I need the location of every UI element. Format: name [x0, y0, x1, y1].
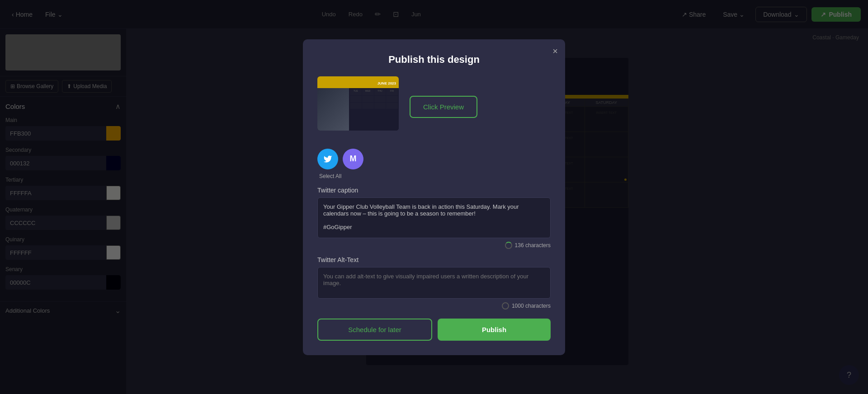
click-preview-button[interactable]: Click Preview [410, 96, 477, 118]
modal-title: Publish this design [317, 54, 551, 66]
modal-footer: Schedule for later Publish [317, 319, 551, 341]
twitter-icon[interactable] [317, 149, 338, 169]
schedule-for-later-button[interactable]: Schedule for later [317, 319, 432, 341]
social-icons-container: M Select All [317, 149, 551, 179]
char-count-text: 136 characters [515, 242, 551, 249]
char-spinner-icon [505, 242, 512, 249]
m-letter: M [350, 154, 357, 164]
twitter-caption-label: Twitter caption [317, 187, 551, 194]
twitter-alt-text-section: Twitter Alt-Text 1000 characters [317, 256, 551, 310]
mastodon-icon[interactable]: M [343, 149, 363, 169]
modal-top-row: JUNE 2023 TUE WED THU FRI [317, 76, 551, 138]
select-all-label: Select All [319, 173, 551, 179]
modal-design-preview: JUNE 2023 TUE WED THU FRI [317, 76, 399, 131]
twitter-alt-text-label: Twitter Alt-Text [317, 256, 551, 263]
mini-cal-header-text: JUNE 2023 [377, 81, 396, 85]
alt-char-count-text: 1000 characters [512, 303, 551, 309]
social-icons-row: M [317, 149, 551, 169]
alt-char-count-row: 1000 characters [317, 302, 551, 310]
char-count-row: 136 characters [317, 242, 551, 249]
modal-overlay: Publish this design × JUNE 2023 TUE WED … [0, 0, 868, 394]
twitter-alt-text-textarea[interactable] [317, 267, 551, 299]
alt-char-spinner-icon [502, 302, 509, 310]
modal-close-button[interactable]: × [552, 47, 558, 56]
publish-modal: Publish this design × JUNE 2023 TUE WED … [303, 39, 565, 355]
mini-cal-player [317, 88, 349, 131]
mini-cal-body: TUE WED THU FRI [317, 88, 399, 131]
twitter-caption-section: Twitter caption 136 characters [317, 187, 551, 249]
mini-cal-header: JUNE 2023 [317, 76, 399, 88]
publish-button-modal[interactable]: Publish [438, 319, 551, 341]
mini-cal-grid: TUE WED THU FRI [349, 88, 399, 131]
twitter-caption-textarea[interactable] [317, 197, 551, 238]
